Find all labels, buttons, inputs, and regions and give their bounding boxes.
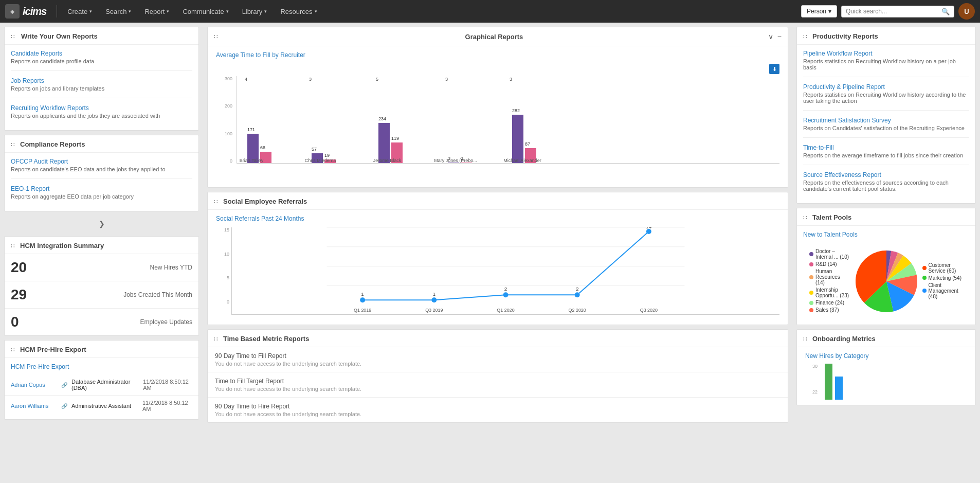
quick-search-box[interactable]: 🔍 (841, 6, 954, 17)
write-reports-widget: ∷ Write Your Own Reports Candidate Repor… (4, 27, 199, 131)
graphical-dots: ∷ (214, 33, 218, 40)
pie-chart-svg (856, 251, 917, 312)
recruitment-satisfaction-item: Recruitment Satisfaction Survey Reports … (803, 117, 969, 138)
bar-michael-purple (512, 115, 523, 163)
prehire-date-0: 11/2/2018 8:50:12 AM (143, 379, 192, 391)
time-based-title: Time Based Metric Reports (223, 335, 309, 343)
hcm-prehire-body: HCM Pre-Hire Export Adrian Copus 🔗 Datab… (5, 358, 198, 419)
sidebar-expand-toggle[interactable]: ❯ (97, 218, 107, 230)
job-reports-desc: Reports on jobs and library templates (11, 85, 192, 92)
compliance-body: OFCCP Audit Report Reports on candidate'… (5, 153, 198, 211)
bar-val-jerome-small: 5 (376, 77, 378, 82)
ofccp-link[interactable]: OFCCP Audit Report (11, 158, 192, 165)
time-based-header: ∷ Time Based Metric Reports (208, 330, 788, 347)
legend-label-finance: Finance (24) (815, 300, 844, 306)
candidate-reports-link[interactable]: Candidate Reports (11, 50, 192, 57)
nav-resources[interactable]: Resources ▾ (275, 6, 322, 17)
social-referrals-header: ∷ Social Employee Referrals (208, 192, 788, 210)
person-arrow-icon: ▾ (828, 8, 831, 15)
compliance-dots: ∷ (11, 141, 15, 148)
job-reports-item: Job Reports Reports on jobs and library … (11, 77, 192, 98)
legend-doctor: Doctor – Internal ... (10) (809, 248, 850, 260)
social-chart-area: Social Referrals Past 24 Months 15 10 5 … (208, 210, 788, 325)
hcm-updates-label: Employee Updates (140, 318, 192, 326)
user-avatar[interactable]: U (958, 3, 975, 20)
time-to-fill-desc: Reports on the average timeframe to fill… (803, 152, 969, 158)
hcm-stat-0: 20 New Hires YTD (5, 254, 198, 281)
hcm-summary-widget: ∷ HCM Integration Summary 20 New Hires Y… (4, 236, 199, 336)
bar-jerome-purple (378, 123, 390, 163)
job-reports-link[interactable]: Job Reports (11, 77, 192, 84)
time-based-body: 90 Day Time to Fill Report You do not ha… (208, 347, 788, 422)
nav-search[interactable]: Search ▾ (100, 6, 136, 17)
legend-label-doctor: Doctor – Internal ... (10) (815, 248, 850, 260)
quick-search-input[interactable] (846, 8, 941, 15)
eeo1-item: EEO-1 Report Reports on aggregate EEO da… (11, 185, 192, 206)
person-dropdown[interactable]: Person ▾ (801, 5, 837, 17)
bar-label-chris: Chris Miedema (305, 158, 336, 163)
prehire-title-1: Administrative Assistant (71, 403, 138, 409)
graphical-collapse-btn[interactable]: ∨ (768, 32, 773, 41)
social-referrals-widget: ∷ Social Employee Referrals Social Refer… (207, 192, 788, 325)
resources-arrow: ▾ (315, 9, 317, 14)
recruiting-workflow-link[interactable]: Recruiting Workflow Reports (11, 104, 192, 112)
recruitment-satisfaction-link[interactable]: Recruitment Satisfaction Survey (803, 117, 969, 124)
pie-legend-left: Doctor – Internal ... (10) R&D (14) Huma… (809, 248, 850, 314)
nav-create[interactable]: Create ▾ (62, 6, 97, 17)
legend-dot-finance (809, 301, 813, 305)
hcm-summary-title: HCM Integration Summary (20, 242, 104, 249)
middle-column: ∷ Graphical Reports ∨ − Average Time to … (203, 23, 792, 483)
pipeline-workflow-link[interactable]: Pipeline Workflow Report (803, 50, 969, 57)
source-effectiveness-item: Source Effectiveness Report Reports on t… (803, 171, 969, 198)
search-arrow: ▾ (129, 9, 131, 14)
export-icon[interactable]: ⬇ (769, 64, 779, 74)
hcm-summary-header: ∷ HCM Integration Summary (5, 237, 198, 254)
compliance-header: ∷ Compliance Reports (5, 135, 198, 153)
bar-val-brian-pink: 66 (260, 145, 265, 150)
onboarding-body: New Hires by Category 30 22 (797, 347, 975, 405)
productivity-pipeline-link[interactable]: Productivity & Pipeline Report (803, 83, 969, 91)
prehire-name-0[interactable]: Adrian Copus (11, 382, 57, 388)
nav-report[interactable]: Report ▾ (139, 6, 174, 17)
time-to-fill-link[interactable]: Time-to-Fill (803, 144, 969, 151)
logo[interactable]: ◈ icims (5, 4, 46, 19)
write-reports-dots: ∷ (11, 33, 16, 40)
icims-logo-text: icims (23, 6, 46, 17)
social-chart-title[interactable]: Social Referrals Past 24 Months (216, 215, 779, 222)
time-based-widget: ∷ Time Based Metric Reports 90 Day Time … (207, 329, 788, 423)
write-reports-body: Candidate Reports Reports on candidate p… (5, 45, 198, 130)
ob-bar-0 (825, 364, 832, 400)
legend-label-rd: R&D (14) (815, 261, 837, 267)
avg-time-fill-link[interactable]: Average Time to Fill by Recruiter (216, 51, 779, 59)
legend-dot-marketing (922, 276, 927, 280)
hcm-prehire-export-link[interactable]: HCM Pre-Hire Export (11, 363, 69, 370)
line-label-q2-2020: Q2 2020 (569, 308, 586, 313)
prehire-title-0: Database Administrator (DBA) (71, 379, 139, 391)
hcm-summary-body: 20 New Hires YTD 29 Jobs Created This Mo… (5, 254, 198, 335)
graphical-chart-area: Average Time to Fill by Recruiter ⬇ 300 … (208, 46, 788, 187)
legend-finance: Finance (24) (809, 300, 850, 306)
legend-internship: Internship Opportu... (23) (809, 287, 850, 298)
nav-library[interactable]: Library ▾ (237, 6, 273, 17)
bar-val-michael-small: 3 (510, 77, 512, 82)
prehire-name-1[interactable]: Aaron Williams (11, 403, 57, 409)
time-dots: ∷ (214, 335, 218, 343)
eeo1-link[interactable]: EEO-1 Report (11, 185, 192, 192)
candidate-reports-item: Candidate Reports Reports on candidate p… (11, 50, 192, 71)
legend-dot-doctor (809, 252, 813, 256)
source-effectiveness-link[interactable]: Source Effectiveness Report (803, 171, 969, 178)
talent-pools-title: Talent Pools (812, 213, 851, 221)
bar-val-michael-purple: 282 (512, 108, 520, 113)
legend-dot-internship (809, 291, 813, 295)
ob-bar-1 (835, 377, 843, 400)
top-navigation: ◈ icims Create ▾ Search ▾ Report ▾ Commu… (0, 0, 980, 23)
y-label-200: 200 (216, 103, 232, 109)
new-hires-by-category-link[interactable]: New Hires by Category (805, 352, 868, 360)
legend-dot-sales (809, 308, 813, 312)
graphical-minimize-btn[interactable]: − (777, 32, 782, 41)
new-to-talent-pools-link[interactable]: New to Talent Pools (803, 231, 858, 238)
bar-val-jerome-pink: 119 (391, 136, 399, 141)
nav-communicate[interactable]: Communicate ▾ (177, 6, 233, 17)
prehire-link-icon-0: 🔗 (61, 382, 67, 388)
productivity-widget: ∷ Productivity Reports Pipeline Workflow… (796, 27, 976, 204)
